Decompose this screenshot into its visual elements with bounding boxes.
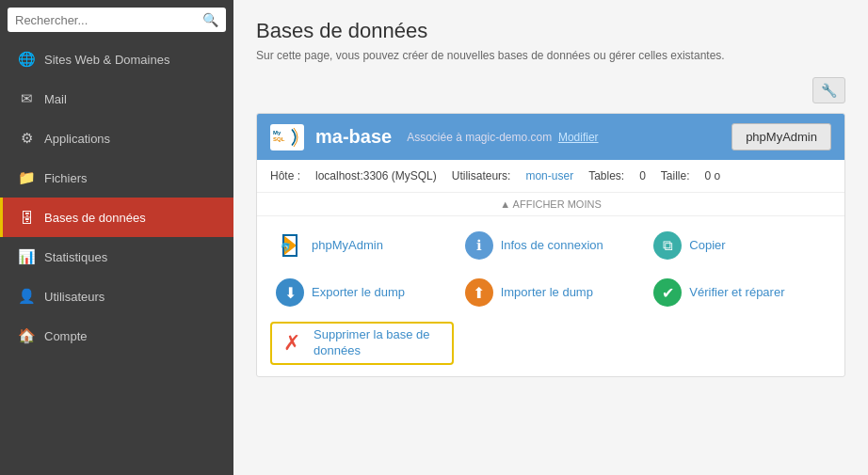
phpmyadmin-action-icon: 🐬 (276, 231, 304, 260)
globe-icon: 🌐 (18, 51, 35, 68)
sidebar-label-fichiers: Fichiers (44, 171, 88, 185)
verifier-reparer-label: Vérifier et réparer (689, 285, 784, 301)
size-value: 0 o (705, 169, 721, 182)
page-title: Bases de données (256, 19, 845, 43)
sidebar-item-compte[interactable]: 🏠 Compte (0, 316, 233, 356)
host-label: Hôte : (270, 169, 300, 182)
main-content: Bases de données Sur cette page, vous po… (233, 0, 868, 475)
sidebar-item-statistiques[interactable]: 📊 Statistiques (0, 237, 233, 277)
supprimer-label: Supprimer la base de données (313, 327, 446, 359)
infos-connexion-label: Infos de connexion (501, 238, 603, 254)
exporter-dump-label: Exporter le dump (312, 285, 405, 301)
search-bar[interactable]: 🔍 (8, 8, 226, 32)
action-importer-dump[interactable]: ⬆ Importer le dump (459, 275, 643, 310)
importer-dump-label: Importer le dump (501, 285, 593, 301)
db-card: My SQL ma-base Associée à magic-demo.com… (256, 113, 845, 377)
tables-value: 0 (639, 169, 646, 182)
search-input[interactable] (15, 13, 197, 27)
actions-grid: 🐬 phpMyAdmin ℹ Infos de connexion ⧉ Copi… (257, 216, 844, 376)
home-icon: 🏠 (18, 327, 35, 344)
db-name: ma-base (315, 126, 392, 148)
sidebar-label-mail: Mail (44, 92, 67, 106)
verifier-reparer-icon: ✔ (653, 278, 682, 307)
supprimer-icon: ✗ (278, 329, 306, 357)
action-exporter-dump[interactable]: ⬇ Exporter le dump (270, 275, 454, 310)
svg-text:🐬: 🐬 (281, 242, 292, 253)
stats-icon: 📊 (18, 248, 35, 265)
search-icon: 🔍 (202, 12, 218, 27)
action-verifier-reparer[interactable]: ✔ Vérifier et réparer (648, 275, 831, 310)
page-subtitle: Sur cette page, vous pouvez créer de nou… (256, 49, 845, 62)
assoc-text: Associée à magic-demo.com (407, 131, 552, 144)
mysql-icon: My SQL (270, 124, 304, 150)
db-header: My SQL ma-base Associée à magic-demo.com… (257, 114, 844, 160)
sidebar-item-applications[interactable]: ⚙ Applications (0, 119, 233, 158)
database-icon: 🗄 (18, 209, 35, 226)
sidebar-item-sites-web[interactable]: 🌐 Sites Web & Domaines (0, 40, 233, 79)
action-copier[interactable]: ⧉ Copier (648, 228, 831, 263)
users-label: Utilisateurs: (452, 169, 511, 182)
sidebar-label-utilisateurs: Utilisateurs (44, 290, 104, 304)
copier-icon: ⧉ (653, 231, 682, 260)
toolbar: 🔧 (256, 77, 845, 103)
sidebar-item-utilisateurs[interactable]: 👤 Utilisateurs (0, 277, 233, 316)
show-less-bar[interactable]: ▲ AFFICHER MOINS (257, 193, 844, 216)
sidebar-item-fichiers[interactable]: 📁 Fichiers (0, 158, 233, 198)
host-value: localhost:3306 (MySQL) (315, 169, 437, 182)
user-icon: 👤 (18, 288, 35, 305)
svg-text:My: My (273, 130, 281, 135)
infos-connexion-icon: ℹ (465, 231, 493, 260)
tables-label: Tables: (588, 169, 624, 182)
copier-label: Copier (689, 238, 725, 254)
applications-icon: ⚙ (18, 130, 35, 147)
action-infos-connexion[interactable]: ℹ Infos de connexion (459, 228, 643, 263)
db-assoc: Associée à magic-demo.com Modifier (407, 131, 598, 144)
phpmyadmin-action-label: phpMyAdmin (312, 238, 383, 254)
users-link[interactable]: mon-user (525, 169, 573, 182)
sidebar-item-mail[interactable]: ✉ Mail (0, 79, 233, 119)
sidebar-label-compte: Compte (44, 329, 88, 343)
sidebar-label-statistiques: Statistiques (44, 250, 107, 264)
sidebar: 🔍 🌐 Sites Web & Domaines ✉ Mail ⚙ Applic… (0, 0, 233, 475)
sidebar-label-sites-web: Sites Web & Domaines (44, 53, 169, 67)
size-label: Taille: (661, 169, 690, 182)
exporter-dump-icon: ⬇ (276, 278, 304, 307)
action-supprimer[interactable]: ✗ Supprimer la base de données (270, 322, 454, 365)
db-info-row: Hôte : localhost:3306 (MySQL) Utilisateu… (257, 160, 844, 193)
sidebar-label-bases-de-donnees: Bases de données (44, 211, 146, 225)
importer-dump-icon: ⬆ (465, 278, 493, 307)
settings-button[interactable]: 🔧 (812, 77, 845, 103)
fichiers-icon: 📁 (18, 169, 35, 186)
modifier-link[interactable]: Modifier (558, 131, 599, 144)
phpmyadmin-header-button[interactable]: phpMyAdmin (731, 123, 831, 150)
sidebar-item-bases-de-donnees[interactable]: 🗄 Bases de données (0, 198, 233, 237)
action-phpmyadmin[interactable]: 🐬 phpMyAdmin (270, 228, 454, 263)
svg-text:SQL: SQL (273, 136, 285, 142)
mail-icon: ✉ (18, 90, 35, 107)
sidebar-label-applications: Applications (44, 132, 110, 146)
